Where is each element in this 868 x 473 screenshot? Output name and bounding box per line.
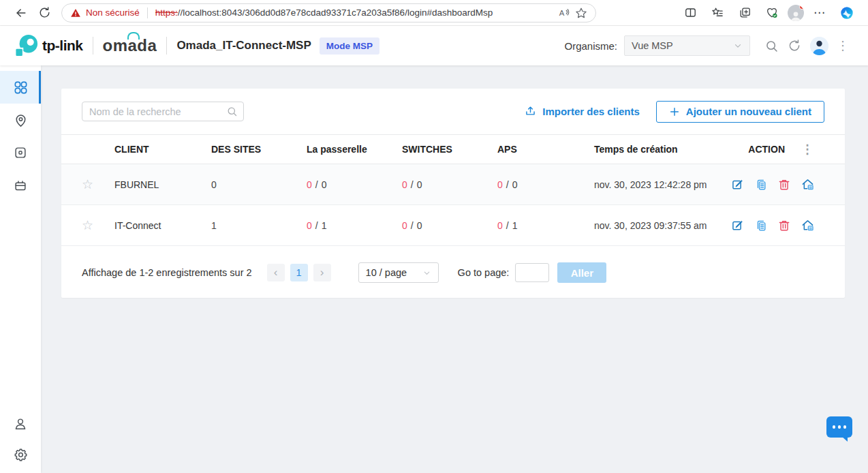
cell-created: nov. 30, 2023 12:42:28 pm xyxy=(594,179,720,190)
organisme-select[interactable]: Vue MSP xyxy=(624,35,750,56)
page-size-value: 10 / page xyxy=(366,267,422,278)
header-gateway: La passerelle xyxy=(307,144,402,155)
copilot-button[interactable] xyxy=(835,1,858,25)
delete-icon[interactable] xyxy=(777,178,791,192)
screen: Non sécurisé https://localhost:8043/306d… xyxy=(0,0,868,473)
copy-icon[interactable] xyxy=(754,219,768,232)
organisme-value: Vue MSP xyxy=(632,40,733,51)
app-body: Importer des clients Ajouter un nouveau … xyxy=(0,65,868,473)
cell-aps: 0/1 xyxy=(497,220,594,231)
collections-button[interactable] xyxy=(733,1,756,25)
column-settings-button[interactable]: ⋮ xyxy=(797,142,818,157)
back-arrow-icon xyxy=(14,6,28,20)
goto-page-input[interactable] xyxy=(515,263,549,282)
url-text: https://localhost:8043/306dd0d87e78cdad9… xyxy=(155,7,553,18)
address-bar[interactable]: Non sécurisé https://localhost:8043/306d… xyxy=(61,3,596,22)
security-status-label[interactable]: Non sécurisé xyxy=(86,7,140,18)
split-screen-button[interactable] xyxy=(679,1,702,25)
cell-switches: 0/0 xyxy=(402,220,497,231)
sidebar-item-gateway[interactable] xyxy=(0,169,41,202)
page-size-select[interactable]: 10 / page xyxy=(358,262,439,283)
favorites-button[interactable] xyxy=(706,1,729,25)
add-client-button[interactable]: Ajouter un nouveau client xyxy=(656,101,824,123)
edit-icon[interactable] xyxy=(731,178,745,192)
read-aloud-icon: A xyxy=(557,7,570,19)
read-aloud-button[interactable]: A xyxy=(557,7,570,19)
sidebar-item-settings[interactable] xyxy=(0,440,41,473)
sidebar-item-devices[interactable] xyxy=(0,136,41,169)
clients-card: Importer des clients Ajouter un nouveau … xyxy=(61,89,845,298)
chat-dot-icon xyxy=(843,425,847,429)
organisme-label: Organisme: xyxy=(564,40,617,52)
sidebar-item-account[interactable] xyxy=(0,408,41,440)
rack-device-icon xyxy=(13,178,28,193)
favorites-hub-icon xyxy=(711,6,724,19)
sidebar-spacer xyxy=(0,202,41,408)
device-icon xyxy=(13,145,28,160)
header-aps: APS xyxy=(497,144,594,155)
url-scheme: https: xyxy=(155,7,178,18)
favorite-star-icon[interactable]: ☆ xyxy=(82,178,114,191)
next-page-button[interactable]: › xyxy=(313,264,331,281)
delete-icon[interactable] xyxy=(777,219,791,232)
user-avatar-icon xyxy=(810,37,828,55)
sidebar xyxy=(0,65,41,473)
table-row: ☆ FBURNEL 0 0/0 0/0 0/0 nov. 30, 2023 12… xyxy=(61,164,845,205)
copy-icon[interactable] xyxy=(754,178,768,192)
cell-sites: 0 xyxy=(211,179,307,190)
table-row: ☆ IT-Connect 1 0/1 0/0 0/1 nov. 30, 2023… xyxy=(61,205,845,246)
tp-link-logo xyxy=(15,34,38,57)
launch-site-icon[interactable] xyxy=(801,219,815,232)
browser-essentials-icon xyxy=(765,6,779,19)
browser-refresh-button[interactable] xyxy=(33,1,56,25)
edit-icon[interactable] xyxy=(731,219,745,232)
refresh-icon xyxy=(788,39,801,52)
cell-aps: 0/0 xyxy=(497,179,594,190)
go-button[interactable]: Aller xyxy=(557,262,606,283)
import-clients-label: Importer des clients xyxy=(542,106,640,117)
sidebar-item-dashboard[interactable] xyxy=(0,71,41,104)
browser-back-button[interactable] xyxy=(10,1,33,25)
url-path: //localhost:8043/306dd0d87e78cdad93371c7… xyxy=(178,7,493,18)
ellipsis-icon: ⋯ xyxy=(813,5,826,20)
account-avatar[interactable] xyxy=(810,37,828,55)
star-icon xyxy=(575,7,587,19)
global-search-button[interactable] xyxy=(760,35,783,56)
tp-link-wordmark: tp-link xyxy=(42,37,83,54)
cell-sites: 1 xyxy=(211,220,307,231)
search-icon xyxy=(764,39,779,53)
notification-dot xyxy=(799,5,804,10)
header-menu-button[interactable]: ⋮ xyxy=(833,38,853,53)
client-search xyxy=(82,102,244,121)
prev-page-button[interactable]: ‹ xyxy=(267,264,285,281)
current-page-button[interactable]: 1 xyxy=(290,264,308,281)
browser-essentials-button[interactable] xyxy=(760,1,784,25)
header-action-wrap: ACTION ⋮ xyxy=(720,142,824,157)
msp-mode-badge: Mode MSP xyxy=(320,37,379,55)
sidebar-item-sites[interactable] xyxy=(0,104,41,136)
map-pin-icon xyxy=(13,112,29,128)
goto-page-label: Go to page: xyxy=(458,267,510,278)
client-search-input[interactable] xyxy=(82,102,244,121)
launch-site-icon[interactable] xyxy=(801,178,815,192)
plus-icon xyxy=(669,106,680,117)
add-client-label: Ajouter un nouveau client xyxy=(686,106,811,117)
search-icon xyxy=(226,106,238,117)
chat-dot-icon xyxy=(838,425,841,429)
import-clients-button[interactable]: Importer des clients xyxy=(524,105,640,118)
favorite-star-button[interactable] xyxy=(575,7,587,19)
browser-settings-button[interactable]: ⋯ xyxy=(808,1,831,25)
svg-text:A: A xyxy=(559,8,565,16)
warning-icon xyxy=(70,7,81,18)
account-icon xyxy=(13,416,28,431)
chat-dot-icon xyxy=(833,425,836,429)
gear-icon xyxy=(13,447,28,462)
divider xyxy=(147,7,148,18)
browser-profile-button[interactable] xyxy=(788,5,804,21)
table-header: CLIENT DES SITES La passerelle SWITCHES … xyxy=(61,134,845,164)
chat-support-button[interactable] xyxy=(826,416,852,438)
cell-client: IT-Connect xyxy=(114,220,211,231)
favorite-star-icon[interactable]: ☆ xyxy=(82,219,114,232)
reload-data-button[interactable] xyxy=(783,35,806,56)
dashboard-icon xyxy=(13,80,29,95)
